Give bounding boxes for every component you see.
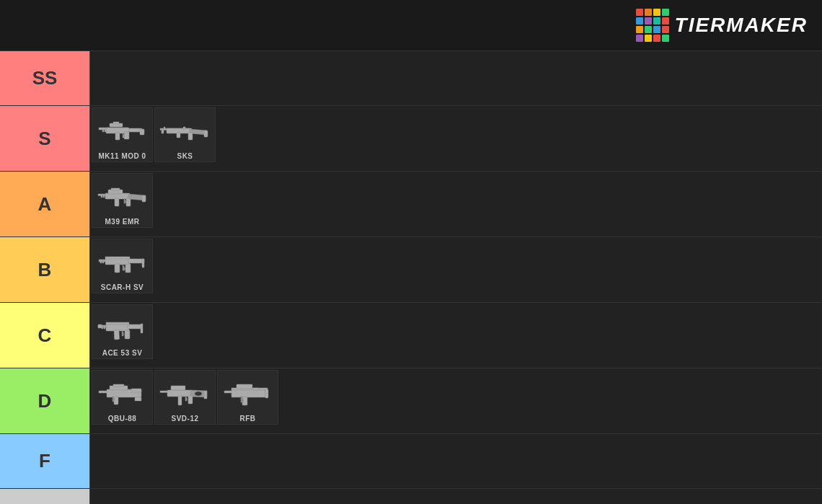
svg-rect-2 <box>113 122 119 124</box>
tier-content-s: MK11 MOD 0 <box>90 106 822 171</box>
tier-label-b: B <box>0 237 90 302</box>
logo-cell-4 <box>636 17 643 25</box>
tier-label-f: F <box>0 434 90 488</box>
svg-rect-16 <box>164 127 165 129</box>
svg-rect-55 <box>171 386 185 390</box>
logo-cell-8 <box>636 26 643 33</box>
svg-rect-7 <box>115 133 120 140</box>
svg-rect-8 <box>102 129 104 132</box>
svg-rect-30 <box>128 259 144 263</box>
logo-cell-3 <box>662 9 669 16</box>
svg-rect-5 <box>140 129 144 135</box>
svg-rect-26 <box>103 195 105 198</box>
weapon-name-scar: SCAR-H SV <box>101 283 144 291</box>
logo-cell-5 <box>645 17 652 25</box>
tier-content-c: ACE 53 SV <box>90 303 822 368</box>
tier-row-b: B <box>0 236 822 302</box>
svg-rect-39 <box>106 322 129 324</box>
tier-content-ss <box>90 51 822 105</box>
logo-cell-2 <box>653 9 660 16</box>
svg-rect-35 <box>100 260 102 263</box>
weapon-image-sks <box>156 111 214 151</box>
logo-cell-9 <box>645 26 652 33</box>
svg-rect-24 <box>115 198 119 206</box>
logo-cell-14 <box>653 35 660 42</box>
weapon-card-rfb[interactable]: RFB <box>217 370 278 425</box>
svg-rect-63 <box>237 384 252 389</box>
tier-table: SS S <box>0 50 822 504</box>
tier-row-a: A <box>0 171 822 236</box>
logo-cell-13 <box>645 35 652 42</box>
weapon-card-sks[interactable]: SKS <box>154 107 216 162</box>
weapon-image-rfb <box>219 373 277 413</box>
weapon-image-scar <box>94 242 151 282</box>
logo-grid <box>636 9 669 42</box>
weapon-image-mk11 <box>94 111 151 151</box>
tier-row-d: D <box>0 368 822 433</box>
svg-rect-28 <box>105 258 130 265</box>
svg-rect-9 <box>105 129 106 132</box>
weapon-image-qbu88 <box>94 373 151 413</box>
svg-rect-13 <box>188 133 193 140</box>
svg-rect-31 <box>142 259 144 268</box>
svg-rect-14 <box>177 133 180 138</box>
weapon-image-svd12 <box>156 373 214 413</box>
tier-label-c: C <box>0 303 90 368</box>
header: TierMaker <box>0 0 822 50</box>
weapon-name-ace53: ACE 53 SV <box>102 349 143 357</box>
svg-point-57 <box>195 392 202 396</box>
weapon-name-qbu88: QBU-88 <box>108 415 137 423</box>
weapon-card-m39[interactable]: M39 EMR <box>92 173 153 228</box>
weapon-name-mk11: MK11 MOD 0 <box>98 152 146 160</box>
svg-rect-44 <box>102 325 103 329</box>
svg-rect-15 <box>162 130 164 133</box>
svg-rect-43 <box>114 330 120 339</box>
tier-content-f <box>90 434 822 488</box>
tier-row-f: F <box>0 433 822 488</box>
svg-rect-56 <box>204 391 207 399</box>
svg-rect-29 <box>105 257 130 259</box>
svg-rect-41 <box>141 324 143 333</box>
svg-rect-40 <box>128 324 142 329</box>
tier-label-ss: SS <box>0 51 90 105</box>
weapon-card-svd12[interactable]: SVD-12 <box>154 370 216 425</box>
weapon-card-ace53[interactable]: ACE 53 SV <box>92 304 153 359</box>
svg-rect-61 <box>231 389 268 397</box>
weapon-card-scar[interactable]: SCAR-H SV <box>92 239 153 293</box>
svg-rect-12 <box>204 131 208 137</box>
tier-row-c: C <box>0 302 822 368</box>
weapon-card-qbu88[interactable]: QBU-88 <box>92 370 153 425</box>
tier-content-b: SCAR-H SV <box>90 237 822 302</box>
svg-rect-32 <box>125 264 131 273</box>
tier-row-never: Never Used <box>0 488 822 504</box>
svg-rect-33 <box>115 264 120 273</box>
svg-rect-21 <box>111 188 120 190</box>
svg-rect-17 <box>183 127 185 129</box>
svg-rect-25 <box>101 195 102 198</box>
logo-cell-12 <box>636 35 643 42</box>
weapon-name-m39: M39 EMR <box>105 218 140 226</box>
weapon-name-rfb: RFB <box>239 415 255 423</box>
svg-rect-45 <box>104 325 105 329</box>
tier-content-a: M39 EMR <box>90 172 822 236</box>
svg-rect-37 <box>98 324 102 328</box>
tier-row-s: S <box>0 105 822 171</box>
svg-rect-23 <box>126 198 131 206</box>
logo-cell-1 <box>645 9 652 16</box>
svg-rect-22 <box>142 195 146 202</box>
tier-label-a: A <box>0 172 90 236</box>
tier-content-d: QBU-88 <box>90 368 822 433</box>
svg-rect-42 <box>125 330 130 339</box>
weapon-card-mk11[interactable]: MK11 MOD 0 <box>92 107 153 162</box>
svg-rect-49 <box>113 384 124 386</box>
svg-rect-65 <box>265 389 268 398</box>
logo-cell-11 <box>662 26 669 33</box>
logo-cell-15 <box>662 35 669 42</box>
svg-rect-34 <box>102 260 104 263</box>
svg-rect-51 <box>135 397 141 401</box>
logo-cell-7 <box>662 17 669 25</box>
logo-cell-6 <box>653 17 660 25</box>
weapon-image-ace53 <box>94 308 151 348</box>
svg-rect-52 <box>131 389 141 392</box>
weapon-name-sks: SKS <box>177 152 193 160</box>
